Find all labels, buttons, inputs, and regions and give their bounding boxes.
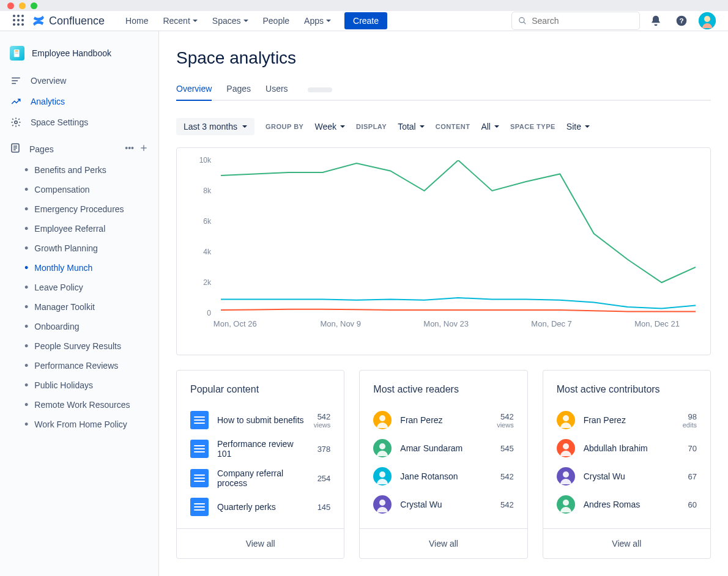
bullet-icon: •: [24, 341, 28, 352]
window-titlebar: [0, 0, 728, 11]
list-item[interactable]: Andres Romas60: [557, 490, 697, 519]
avatar-icon: [373, 411, 392, 429]
analytics-icon: [10, 96, 22, 107]
page-tree-item[interactable]: •Growth Planning: [0, 238, 158, 258]
svg-point-33: [563, 415, 569, 421]
help-icon[interactable]: ?: [672, 11, 691, 31]
page-title: Space analytics: [176, 48, 711, 68]
sidebar-item-overview[interactable]: Overview: [0, 70, 158, 91]
nav-spaces[interactable]: Spaces: [206, 11, 254, 31]
close-window-icon[interactable]: [7, 2, 14, 9]
svg-rect-16: [15, 51, 18, 51]
svg-point-4: [17, 19, 20, 21]
chevron-down-icon: [340, 125, 345, 128]
list-item[interactable]: How to submit benefits542views: [190, 406, 330, 434]
create-button[interactable]: Create: [344, 12, 387, 29]
list-item[interactable]: Crystal Wu67: [557, 462, 697, 490]
page-tree-item[interactable]: •Public Holidays: [0, 375, 158, 395]
chart-series-views: [221, 160, 696, 282]
bullet-icon: •: [24, 301, 28, 312]
page-tree-item[interactable]: •Remote Work Resources: [0, 395, 158, 415]
chevron-down-icon: [326, 20, 331, 22]
search-icon: [518, 16, 527, 26]
sidebar-item-settings[interactable]: Space Settings: [0, 112, 158, 133]
top-nav: Confluence Home Recent Spaces People App…: [0, 11, 728, 31]
bullet-icon: •: [24, 164, 28, 175]
page-tree-item[interactable]: •Work From Home Policy: [0, 415, 158, 434]
add-page-icon[interactable]: [139, 143, 149, 155]
display-dropdown[interactable]: Total: [398, 122, 425, 131]
page-tree-item[interactable]: •Manager Toolkit: [0, 297, 158, 317]
list-item[interactable]: Company referral process254: [190, 463, 330, 493]
nav-home[interactable]: Home: [119, 11, 154, 31]
view-all-link[interactable]: View all: [543, 528, 710, 558]
bullet-icon: •: [24, 223, 28, 234]
avatar-icon: [373, 467, 392, 486]
svg-rect-18: [15, 53, 18, 54]
list-item[interactable]: Performance review 101378: [190, 434, 330, 463]
y-axis-tick: 10k: [199, 156, 211, 164]
spacetype-dropdown[interactable]: Site: [566, 122, 590, 131]
sidebar-item-analytics[interactable]: Analytics: [0, 91, 158, 112]
svg-point-35: [563, 471, 569, 478]
list-item[interactable]: Crystal Wu542: [373, 490, 513, 519]
tab-users[interactable]: Users: [266, 80, 288, 101]
list-item[interactable]: Fran Perez98edits: [557, 406, 697, 434]
list-item[interactable]: Amar Sundaram545: [373, 434, 513, 462]
page-tree-item[interactable]: •Monthly Munch: [0, 258, 158, 278]
list-item[interactable]: Fran Perez542views: [373, 406, 513, 434]
tab-overview[interactable]: Overview: [176, 80, 212, 101]
avatar-icon: [373, 439, 392, 457]
avatar-icon: [557, 439, 575, 457]
view-all-link[interactable]: View all: [360, 528, 527, 558]
page-tree-item[interactable]: •Emergency Procedures: [0, 199, 158, 219]
confluence-logo[interactable]: Confluence: [32, 14, 105, 28]
more-icon[interactable]: •••: [125, 143, 134, 155]
space-header[interactable]: Employee Handbook: [0, 41, 158, 70]
tabs: Overview Pages Users: [176, 80, 711, 101]
page-tree-item[interactable]: •Performance Reviews: [0, 356, 158, 375]
tab-loading-placeholder: [308, 87, 332, 92]
space-icon: [10, 46, 24, 61]
page-tree-item[interactable]: •Compensation: [0, 180, 158, 199]
app-switcher-icon[interactable]: [12, 14, 24, 28]
maximize-window-icon[interactable]: [31, 2, 37, 9]
svg-point-0: [13, 15, 15, 17]
page-tree-item[interactable]: •Employee Referral: [0, 219, 158, 238]
list-item[interactable]: Quarterly perks145: [190, 493, 330, 521]
tab-pages[interactable]: Pages: [226, 80, 251, 101]
sidebar: Employee Handbook Overview Analytics Spa…: [0, 31, 159, 576]
user-avatar[interactable]: [699, 12, 716, 29]
svg-point-32: [379, 500, 385, 506]
list-item[interactable]: Jane Rotanson542: [373, 462, 513, 490]
nav-apps[interactable]: Apps: [298, 11, 337, 31]
content-dropdown[interactable]: All: [481, 122, 499, 131]
bullet-icon: •: [24, 419, 28, 430]
pages-icon: [10, 142, 21, 155]
bullet-icon: •: [24, 204, 28, 215]
page-tree-item[interactable]: •People Survey Results: [0, 336, 158, 356]
list-item[interactable]: Abdullah Ibrahim70: [557, 434, 697, 462]
notification-icon[interactable]: [646, 11, 666, 31]
chart-card: 10k8k6k4k2k0 Mon, Oct 26Mon, Nov 9Mon, N…: [176, 147, 711, 355]
main-content: Space analytics Overview Pages Users Las…: [159, 31, 728, 576]
search-input[interactable]: [511, 12, 640, 30]
page-tree-item[interactable]: •Onboarding: [0, 317, 158, 336]
svg-line-10: [524, 22, 526, 24]
svg-point-31: [379, 471, 385, 478]
date-range-dropdown[interactable]: Last 3 months: [176, 118, 254, 135]
x-axis-tick: Mon, Dec 21: [634, 319, 680, 328]
svg-point-1: [17, 15, 20, 17]
svg-point-7: [17, 23, 20, 26]
space-name: Employee Handbook: [32, 48, 111, 58]
view-all-link[interactable]: View all: [177, 528, 344, 558]
page-tree-item[interactable]: •Leave Policy: [0, 278, 158, 297]
page-tree-item[interactable]: •Benefits and Perks: [0, 160, 158, 180]
nav-people[interactable]: People: [257, 11, 296, 31]
chart-series-edits: [221, 309, 696, 312]
nav-recent[interactable]: Recent: [157, 11, 203, 31]
minimize-window-icon[interactable]: [19, 2, 26, 9]
svg-point-36: [563, 500, 569, 506]
groupby-dropdown[interactable]: Week: [314, 122, 345, 131]
chevron-down-icon: [420, 125, 425, 128]
